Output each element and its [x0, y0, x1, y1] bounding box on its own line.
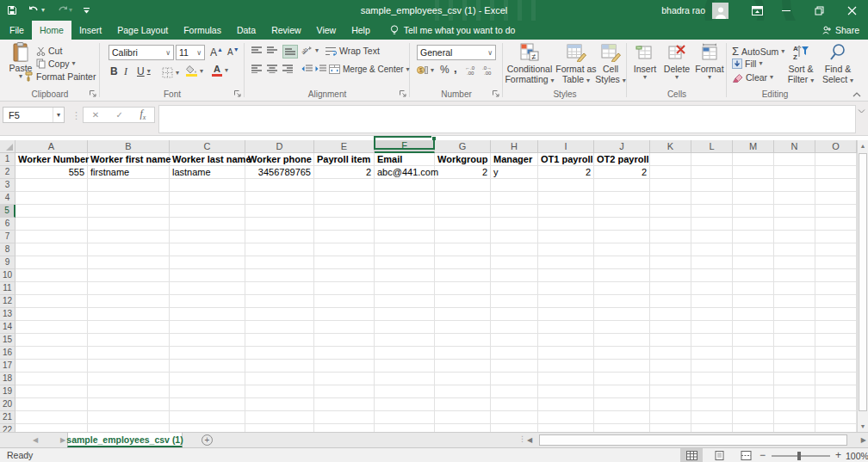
format-cells-button[interactable]: Format ▾	[694, 43, 725, 81]
cell-D5[interactable]	[245, 205, 314, 218]
cell-N11[interactable]	[774, 282, 815, 295]
cell-H19[interactable]	[491, 385, 538, 398]
cell-A13[interactable]	[16, 308, 88, 321]
cell-F12[interactable]	[375, 295, 435, 308]
cell-C18[interactable]	[170, 373, 245, 385]
cell-K8[interactable]	[650, 243, 691, 256]
horizontal-scroll-thumb[interactable]	[539, 434, 847, 446]
cell-J14[interactable]	[594, 321, 650, 334]
cell-H2[interactable]: y	[491, 166, 538, 179]
cell-C2[interactable]: lastname	[170, 166, 245, 179]
cell-G1[interactable]: Workgroup	[435, 153, 491, 166]
cell-H9[interactable]	[491, 256, 538, 269]
cell-O14[interactable]	[815, 321, 857, 334]
row-header-10[interactable]: 10	[0, 269, 16, 282]
cell-O8[interactable]	[815, 243, 857, 256]
number-dialog-launcher-icon[interactable]	[492, 89, 500, 98]
cell-G21[interactable]	[435, 411, 491, 424]
cell-A18[interactable]	[16, 373, 88, 385]
cell-B4[interactable]	[88, 192, 170, 205]
cell-H14[interactable]	[491, 321, 538, 334]
cell-M14[interactable]	[733, 321, 774, 334]
increase-font-icon[interactable]: A▲	[210, 46, 223, 59]
tab-view[interactable]: View	[309, 21, 344, 40]
cell-E22[interactable]	[314, 424, 375, 432]
cell-A20[interactable]	[16, 398, 88, 411]
paste-dropdown[interactable]: ▾	[19, 73, 22, 80]
align-top-icon[interactable]	[251, 46, 262, 55]
fx-icon[interactable]: fx	[140, 108, 146, 121]
cell-G5[interactable]	[435, 205, 491, 218]
cell-E3[interactable]	[314, 179, 375, 192]
cell-B21[interactable]	[88, 411, 170, 424]
cell-L2[interactable]	[691, 166, 733, 179]
row-header-4[interactable]: 4	[0, 192, 16, 205]
cell-B13[interactable]	[88, 308, 170, 321]
cell-G10[interactable]	[435, 269, 491, 282]
cell-A4[interactable]	[16, 192, 88, 205]
cell-H21[interactable]	[491, 411, 538, 424]
accounting-format-icon[interactable]: $ ▾	[417, 65, 434, 75]
cell-A8[interactable]	[16, 243, 88, 256]
cell-L16[interactable]	[691, 347, 733, 360]
row-header-17[interactable]: 17	[0, 360, 16, 373]
wrap-text-button[interactable]: Wrap Text	[326, 46, 380, 56]
cell-L12[interactable]	[691, 295, 733, 308]
cell-C7[interactable]	[170, 231, 245, 243]
cell-A6[interactable]	[16, 218, 88, 231]
decrease-font-icon[interactable]: A▼	[227, 47, 239, 57]
cell-M10[interactable]	[733, 269, 774, 282]
cell-D20[interactable]	[245, 398, 314, 411]
comma-style-icon[interactable]: ,	[454, 62, 457, 75]
cell-K12[interactable]	[650, 295, 691, 308]
cell-M6[interactable]	[733, 218, 774, 231]
share-button[interactable]: Share	[822, 21, 859, 40]
cell-C14[interactable]	[170, 321, 245, 334]
select-all-button[interactable]	[0, 140, 16, 153]
cell-M20[interactable]	[733, 398, 774, 411]
cell-L17[interactable]	[691, 360, 733, 373]
cell-I17[interactable]	[538, 360, 594, 373]
increase-decimal-icon[interactable]: ←.0.00	[465, 65, 479, 75]
cell-B22[interactable]	[88, 424, 170, 432]
cell-O17[interactable]	[815, 360, 857, 373]
cell-H22[interactable]	[491, 424, 538, 432]
cell-M2[interactable]	[733, 166, 774, 179]
cell-B9[interactable]	[88, 256, 170, 269]
cell-I16[interactable]	[538, 347, 594, 360]
cell-E7[interactable]	[314, 231, 375, 243]
cell-A10[interactable]	[16, 269, 88, 282]
column-header-E[interactable]: E	[314, 140, 375, 153]
row-header-22[interactable]: 22	[0, 424, 16, 432]
column-header-O[interactable]: O	[815, 140, 857, 153]
selected-cell-outline[interactable]	[374, 136, 435, 150]
cell-H20[interactable]	[491, 398, 538, 411]
cell-B12[interactable]	[88, 295, 170, 308]
cell-F13[interactable]	[375, 308, 435, 321]
column-header-G[interactable]: G	[435, 140, 491, 153]
cell-D13[interactable]	[245, 308, 314, 321]
minimize-button[interactable]	[770, 0, 803, 21]
cell-D4[interactable]	[245, 192, 314, 205]
cell-F2[interactable]: abc@441.com	[375, 166, 435, 179]
cell-N20[interactable]	[774, 398, 815, 411]
cell-H12[interactable]	[491, 295, 538, 308]
row-header-14[interactable]: 14	[0, 321, 16, 334]
cell-C4[interactable]	[170, 192, 245, 205]
cell-J7[interactable]	[594, 231, 650, 243]
name-box-dropdown-icon[interactable]: ▾	[53, 108, 64, 122]
cell-D15[interactable]	[245, 334, 314, 347]
underline-button[interactable]: U▾	[137, 65, 151, 77]
cell-M18[interactable]	[733, 373, 774, 385]
cell-M16[interactable]	[733, 347, 774, 360]
cell-B14[interactable]	[88, 321, 170, 334]
cell-N4[interactable]	[774, 192, 815, 205]
cell-C19[interactable]	[170, 385, 245, 398]
name-box[interactable]: F5 ▾	[3, 107, 65, 123]
cell-I6[interactable]	[538, 218, 594, 231]
cell-C1[interactable]: Worker last name	[170, 153, 245, 166]
column-header-K[interactable]: K	[650, 140, 691, 153]
cell-J2[interactable]: 2	[594, 166, 650, 179]
cell-D6[interactable]	[245, 218, 314, 231]
cell-L6[interactable]	[691, 218, 733, 231]
